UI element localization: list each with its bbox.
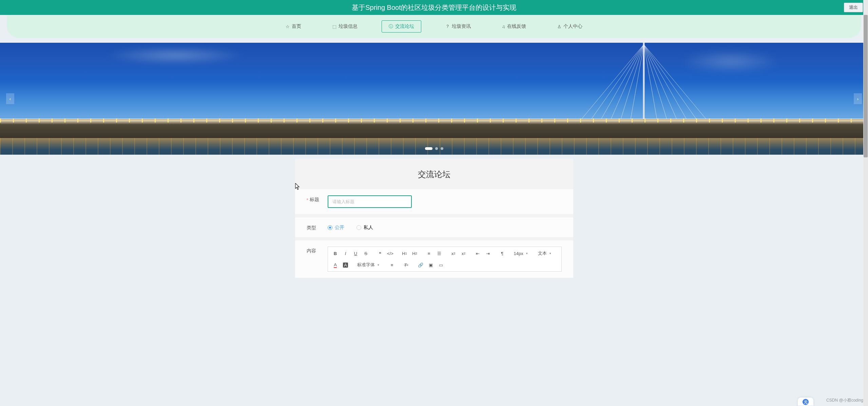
svg-line-2	[590, 44, 644, 122]
bold-icon[interactable]: B	[331, 249, 340, 258]
nav-label: 交流论坛	[395, 23, 414, 30]
radio-icon	[328, 225, 332, 230]
nav-feedback[interactable]: ♫ 在线反馈	[495, 20, 534, 33]
h2-icon[interactable]: H2	[410, 249, 420, 258]
content-label: 内容	[307, 247, 328, 254]
headset-icon: ♫	[502, 24, 505, 29]
code-icon[interactable]: </>	[386, 249, 395, 258]
form-title: 交流论坛	[295, 169, 573, 180]
carousel-dot-1[interactable]	[425, 147, 432, 150]
svg-line-8	[644, 44, 668, 122]
svg-line-12	[644, 44, 708, 122]
form-row-type: 类型 公开 私人	[295, 217, 573, 237]
svg-line-9	[644, 44, 678, 122]
video-icon[interactable]: ▭	[436, 260, 446, 269]
carousel-dot-3[interactable]	[441, 147, 443, 150]
carousel: ‹ ›	[0, 43, 868, 155]
carousel-next[interactable]: ›	[854, 93, 862, 104]
nav-home[interactable]: ☆ 首页	[278, 20, 308, 33]
info-icon: ⓘ	[389, 23, 393, 30]
user-icon: ♙	[557, 24, 561, 29]
font-size-select[interactable]: 14px	[512, 250, 530, 257]
nav-label: 垃圾信息	[339, 23, 358, 30]
scrollbar-thumb[interactable]	[864, 15, 868, 157]
box-icon: ⬚	[332, 24, 336, 29]
subscript-icon[interactable]: x2	[449, 249, 458, 258]
star-icon: ☆	[286, 24, 290, 29]
main-nav: ☆ 首页 ⬚ 垃圾信息 ⓘ 交流论坛 ？ 垃圾资讯 ♫ 在线反馈 ♙ 个人中心	[7, 15, 861, 38]
nav-label: 在线反馈	[507, 23, 526, 30]
radio-private[interactable]: 私人	[356, 225, 373, 231]
editor-toolbar: B I U S ❝ </> H1 H2 ≡ ☰ x2 x2 ⇤ ⇥	[328, 247, 562, 272]
strikethrough-icon[interactable]: S	[361, 249, 371, 258]
app-title: 基于Spring Boot的社区垃圾分类管理平台的设计与实现	[352, 3, 516, 12]
nav-label: 首页	[292, 23, 301, 30]
title-label: * 标题	[307, 195, 328, 203]
radio-icon	[356, 225, 361, 230]
link-icon[interactable]: 🔗	[416, 260, 425, 269]
font-family-select[interactable]: 标准字体	[355, 261, 382, 269]
nav-label: 垃圾资讯	[452, 23, 471, 30]
svg-line-1	[579, 44, 644, 122]
title-input[interactable]	[328, 195, 412, 208]
carousel-indicators	[425, 147, 443, 150]
underline-icon[interactable]: U	[351, 249, 361, 258]
forum-form: 交流论坛 * 标题 类型 公开 私人 内容 B I U	[295, 159, 573, 278]
carousel-dot-2[interactable]	[435, 147, 438, 150]
nav-garbage-news[interactable]: ？ 垃圾资讯	[438, 20, 478, 33]
required-mark: *	[307, 197, 308, 202]
outdent-icon[interactable]: ⇤	[473, 249, 483, 258]
top-bar: 基于Spring Boot的社区垃圾分类管理平台的设计与实现 退出	[0, 0, 868, 15]
nav-profile[interactable]: ♙ 个人中心	[550, 20, 590, 33]
quote-icon[interactable]: ❝	[375, 249, 385, 258]
clear-format-icon[interactable]: Tx	[402, 260, 411, 269]
unordered-list-icon[interactable]: ☰	[435, 249, 444, 258]
italic-icon[interactable]: I	[341, 249, 350, 258]
svg-line-4	[610, 44, 644, 122]
h1-icon[interactable]: H1	[400, 249, 409, 258]
text-color-icon[interactable]: A	[331, 260, 340, 269]
indent-icon[interactable]: ⇥	[483, 249, 493, 258]
svg-line-5	[620, 44, 644, 122]
question-icon: ？	[445, 23, 450, 30]
ordered-list-icon[interactable]: ≡	[424, 249, 434, 258]
logout-button[interactable]: 退出	[844, 3, 863, 12]
rich-editor: B I U S ❝ </> H1 H2 ≡ ☰ x2 x2 ⇤ ⇥	[328, 247, 562, 272]
nav-forum[interactable]: ⓘ 交流论坛	[382, 20, 421, 33]
direction-icon[interactable]: ¶	[498, 249, 507, 258]
form-row-title: * 标题	[295, 189, 573, 214]
nav-garbage-info[interactable]: ⬚ 垃圾信息	[325, 20, 365, 33]
nav-label: 个人中心	[563, 23, 582, 30]
bg-color-icon[interactable]: A	[341, 260, 350, 269]
image-icon[interactable]: ▣	[426, 260, 436, 269]
align-icon[interactable]: ≡	[387, 260, 397, 269]
block-select[interactable]: 文本	[536, 249, 554, 257]
type-label: 类型	[307, 224, 328, 231]
scrollbar[interactable]	[863, 0, 868, 281]
svg-line-11	[644, 44, 698, 122]
carousel-image	[0, 43, 868, 155]
radio-public[interactable]: 公开	[328, 225, 344, 231]
form-row-content: 内容 B I U S ❝ </> H1 H2 ≡ ☰ x2 x2 ⇤	[295, 240, 573, 278]
carousel-prev[interactable]: ‹	[6, 93, 14, 104]
superscript-icon[interactable]: x2	[459, 249, 468, 258]
